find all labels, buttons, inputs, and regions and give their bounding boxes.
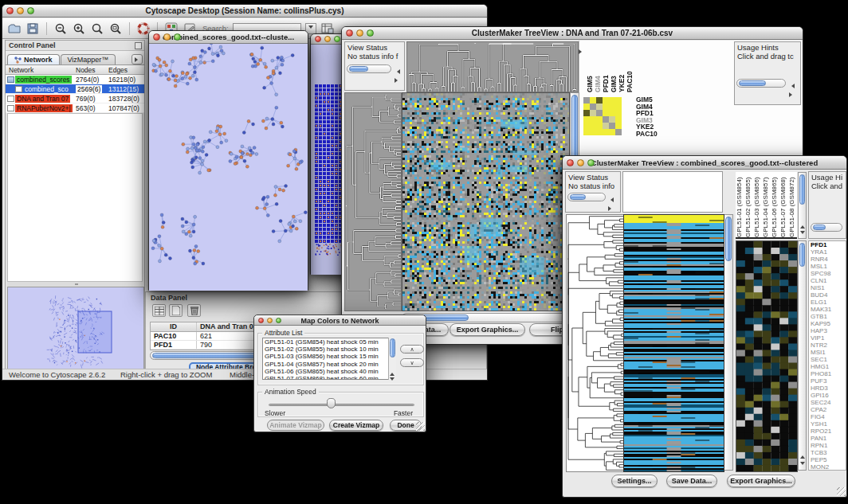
gene-label[interactable]: YRA1 — [811, 248, 846, 256]
network-canvas[interactable] — [149, 44, 308, 291]
scrollbar-thumb[interactable] — [799, 243, 805, 267]
minimize-button[interactable] — [163, 33, 171, 41]
scroll-left-icon[interactable] — [608, 197, 614, 202]
gene-list-scrollbar[interactable] — [798, 240, 807, 471]
gene-label[interactable]: ELG1 — [811, 299, 846, 306]
gene-label[interactable]: MSI1 — [811, 349, 846, 356]
minimize-button[interactable] — [267, 318, 273, 323]
close-button[interactable] — [258, 318, 264, 323]
scroll-down-icon[interactable] — [799, 461, 806, 468]
scroll-right-icon[interactable] — [789, 92, 795, 97]
col-edges[interactable]: Edges — [108, 66, 128, 74]
gene-label[interactable]: CPA2 — [811, 406, 846, 413]
gene-label[interactable]: BUD4 — [811, 291, 846, 299]
zoom-button[interactable] — [587, 159, 595, 166]
summary-heatmap[interactable] — [736, 240, 798, 472]
gene-label[interactable]: MAK31 — [811, 306, 846, 313]
gene-label[interactable]: SPC98 — [811, 270, 846, 277]
float-panel-icon[interactable] — [135, 42, 142, 49]
export-graphics-button[interactable]: Export Graphics... — [450, 323, 525, 336]
main-titlebar[interactable]: Cytoscape Desktop (Session Name: collins… — [2, 5, 487, 18]
zoom-in-icon[interactable] — [72, 21, 86, 36]
gene-label[interactable]: MSL1 — [811, 263, 846, 270]
attribute-item[interactable]: GPL51-01 (GSM854) heat shock 05 min — [263, 338, 395, 346]
heatmap-canvas[interactable] — [623, 214, 724, 472]
scrollbar-thumb[interactable] — [813, 225, 826, 230]
scroll-left-icon[interactable] — [395, 69, 400, 74]
mini-heatmap[interactable] — [583, 97, 622, 135]
scroll-up-icon[interactable] — [799, 452, 806, 459]
gene-label[interactable]: PHO81 — [811, 370, 846, 377]
minimize-button[interactable] — [324, 36, 331, 42]
gene-label[interactable]: PAN1 — [811, 435, 846, 442]
gene-label[interactable]: YSH1 — [811, 420, 846, 428]
network-list-area[interactable] — [7, 113, 143, 282]
network-row-dna-tran[interactable]: DNA and Tran 07 769(0) 183728(0) — [6, 94, 144, 104]
scroll-down-icon[interactable] — [390, 377, 395, 383]
gene-label[interactable]: HMG1 — [811, 363, 846, 370]
save-icon[interactable] — [26, 21, 40, 36]
gene-label[interactable]: TCB3 — [811, 449, 846, 456]
scroll-right-icon[interactable] — [608, 206, 614, 211]
tv2-titlebar[interactable]: ClusterMaker TreeView : combined_scores_… — [563, 156, 846, 170]
scrollbar-thumb[interactable] — [390, 338, 395, 357]
attribute-item[interactable]: GPL51-02 (GSM855) heat shock 10 min — [263, 346, 395, 353]
attribute-item[interactable]: GPL51-04 (GSM857) heat shock 20 min — [263, 361, 395, 368]
col-nodes[interactable]: Nodes — [76, 66, 96, 74]
gene-label[interactable]: MON2 — [811, 463, 846, 471]
view-status-scrollbar[interactable] — [347, 64, 391, 73]
attribute-item[interactable]: GPL51-03 (GSM856) heat shock 15 min — [263, 353, 395, 360]
expand-icon[interactable] — [579, 49, 584, 54]
select-attributes-icon[interactable] — [152, 304, 166, 317]
view-status-scrollbar[interactable] — [567, 193, 606, 201]
gene-label[interactable]: VIP1 — [811, 334, 846, 342]
speed-slider-track[interactable] — [269, 404, 414, 406]
zoom-fit-icon[interactable] — [108, 21, 123, 36]
tab-overflow-button[interactable] — [132, 54, 143, 64]
column-tree-area[interactable] — [622, 171, 723, 213]
move-up-button[interactable]: ∧ — [400, 345, 424, 354]
gene-label[interactable]: CLN1 — [811, 277, 846, 284]
network-row-rnapuber[interactable]: RNAPuberNov2+| 563(0) 107847(0) — [6, 104, 144, 113]
gene-label[interactable]: HAP3 — [811, 327, 846, 334]
network-row-combined-sco-selected[interactable]: combined_sco 2569(6) 13112(15) — [6, 84, 144, 94]
gene-label[interactable]: RPN1 — [811, 442, 846, 449]
heatmap-vscrollbar[interactable] — [724, 214, 733, 471]
resize-grip[interactable] — [416, 422, 425, 431]
dialog-titlebar[interactable]: Map Colors to Network — [254, 315, 426, 326]
gene-label[interactable]: RNR4 — [811, 256, 846, 263]
gene-label[interactable]: RPO21 — [811, 428, 846, 435]
scroll-right-icon[interactable] — [395, 78, 400, 83]
minimize-button[interactable] — [17, 7, 24, 14]
zoom-button[interactable] — [334, 36, 340, 42]
save-data-button[interactable]: Save Data... — [666, 475, 717, 487]
move-down-button[interactable]: ∨ — [400, 358, 424, 367]
attribute-list-scrollbar[interactable] — [388, 338, 396, 380]
net1-titlebar[interactable]: combined_scores_good.txt--cluste... — [149, 31, 308, 44]
scroll-left-icon[interactable] — [789, 84, 795, 88]
usage-hints-scrollbar[interactable] — [811, 223, 842, 232]
gene-label[interactable]: KAP95 — [811, 320, 846, 327]
gene-label[interactable]: NIS1 — [811, 284, 846, 291]
row-dendrogram[interactable] — [344, 92, 402, 311]
scroll-up-icon[interactable] — [799, 222, 806, 229]
scrollbar-thumb[interactable] — [799, 174, 805, 205]
open-folder-icon[interactable] — [7, 21, 22, 36]
gene-label[interactable]: PEP5 — [811, 456, 846, 463]
scrollbar-thumb[interactable] — [570, 194, 586, 200]
export-graphics-button[interactable]: Export Graphics... — [727, 475, 795, 487]
tv1-titlebar[interactable]: ClusterMaker TreeView : DNA and Tran 07-… — [342, 27, 803, 40]
scrollbar-thumb[interactable] — [739, 80, 766, 86]
col-network[interactable]: Network — [9, 66, 33, 74]
zoom-selected-icon[interactable] — [90, 21, 104, 36]
network-row-combined-scores[interactable]: combined_scores 2764(0) 16218(0) — [6, 75, 144, 84]
gene-label[interactable]: SEC1 — [811, 356, 846, 363]
column-labels-scrollbar[interactable] — [798, 172, 807, 239]
gene-label[interactable]: SEC24 — [811, 399, 846, 406]
delete-attribute-icon[interactable] — [187, 304, 201, 317]
gene-label[interactable]: GPI16 — [811, 392, 846, 399]
new-attribute-icon[interactable] — [169, 304, 183, 317]
gene-label[interactable]: PFD1 — [811, 241, 846, 248]
create-vizmap-button[interactable]: Create Vizmap — [329, 420, 383, 431]
zoom-button[interactable] — [174, 33, 181, 41]
